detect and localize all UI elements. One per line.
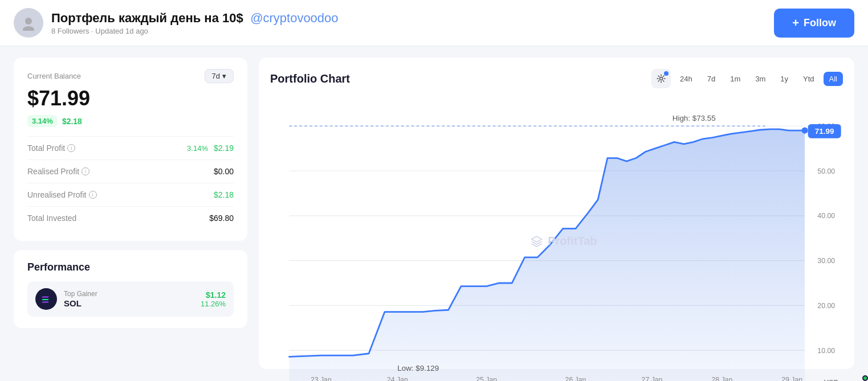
- svg-text:50.00: 50.00: [817, 167, 835, 175]
- chart-header: Portfolio Chart 24h 7d 1m 3m 1y Ytd All: [270, 69, 843, 88]
- svg-text:28 Jan: 28 Jan: [711, 376, 732, 381]
- svg-text:10.00: 10.00: [817, 347, 835, 355]
- plus-icon: +: [792, 17, 799, 30]
- main-content: Current Balance 7d ▾ $71.99 3.14% $2.18 …: [0, 46, 868, 380]
- header-meta: 8 Followers · Updated 1d ago: [51, 27, 339, 35]
- time-7d-button[interactable]: 7d: [702, 72, 721, 86]
- svg-text:USD: USD: [824, 379, 839, 381]
- period-value: 7d: [212, 72, 220, 80]
- dot-indicator: [664, 71, 669, 76]
- top-gainer-name: SOL: [64, 298, 97, 308]
- svg-text:71.99: 71.99: [815, 127, 834, 136]
- svg-text:30.00: 30.00: [817, 257, 835, 265]
- unrealised-profit-row: Unrealised Profit i $2.18: [27, 183, 234, 206]
- balance-change: 3.14% $2.18: [27, 115, 234, 127]
- sol-badge: [862, 375, 868, 381]
- time-all-button[interactable]: All: [824, 72, 843, 86]
- balance-label-row: Current Balance 7d ▾: [27, 69, 234, 83]
- total-invested-value: $69.80: [209, 214, 234, 223]
- svg-text:24 Jan: 24 Jan: [387, 376, 408, 381]
- realised-profit-value: $0.00: [214, 167, 234, 176]
- svg-point-2: [660, 77, 663, 80]
- total-profit-value: $2.19: [214, 144, 234, 153]
- gainer-pct: 11.26%: [201, 300, 226, 308]
- realised-profit-label: Realised Profit i: [27, 167, 89, 176]
- svg-point-28: [801, 128, 808, 134]
- svg-point-1: [23, 26, 34, 31]
- follow-button[interactable]: + Follow: [774, 9, 854, 38]
- portfolio-handle: @cryptovoodoo: [250, 11, 338, 25]
- svg-text:25 Jan: 25 Jan: [476, 376, 497, 381]
- chart-title: Portfolio Chart: [270, 72, 350, 85]
- chart-panel: Portfolio Chart 24h 7d 1m 3m 1y Ytd All: [259, 58, 854, 369]
- total-profit-row: Total Profit i 3.14% $2.19: [27, 136, 234, 159]
- updated-time: Updated 1d ago: [95, 27, 148, 35]
- top-gainer-row: Top Gainer SOL $1.12 11.26%: [27, 281, 234, 317]
- left-panel: Current Balance 7d ▾ $71.99 3.14% $2.18 …: [14, 58, 247, 369]
- balance-pct-badge: 3.14%: [27, 115, 58, 127]
- total-profit-label: Total Profit i: [27, 144, 75, 153]
- balance-value: $71.99: [27, 87, 234, 110]
- svg-text:20.00: 20.00: [817, 302, 835, 310]
- follow-label: Follow: [804, 17, 836, 29]
- total-invested-label: Total Invested: [27, 214, 76, 223]
- time-1m-button[interactable]: 1m: [724, 72, 746, 86]
- total-invested-row: Total Invested $69.80: [27, 206, 234, 230]
- header-left: Портфель каждый день на 10$ @cryptovoodo…: [14, 8, 339, 38]
- balance-usd-change: $2.18: [62, 117, 82, 126]
- time-ytd-button[interactable]: Ytd: [797, 72, 820, 86]
- balance-card: Current Balance 7d ▾ $71.99 3.14% $2.18 …: [14, 58, 247, 241]
- svg-text:26 Jan: 26 Jan: [565, 376, 586, 381]
- time-3m-button[interactable]: 3m: [749, 72, 771, 86]
- svg-text:High: $73.55: High: $73.55: [673, 114, 716, 122]
- page-header: Портфель каждый день на 10$ @cryptovoodo…: [0, 0, 868, 46]
- svg-text:40.00: 40.00: [817, 212, 835, 220]
- period-selector[interactable]: 7d ▾: [205, 69, 234, 83]
- portfolio-title: Портфель каждый день на 10$: [51, 11, 243, 25]
- gainer-values: $1.12 11.26%: [201, 290, 226, 308]
- info-icon-profit: i: [67, 144, 75, 152]
- settings-button[interactable]: [651, 69, 671, 88]
- followers-count: 8 Followers: [51, 27, 89, 35]
- svg-point-0: [25, 18, 32, 24]
- time-1y-button[interactable]: 1y: [775, 72, 794, 86]
- info-icon-realised: i: [81, 167, 89, 175]
- sol-icon: [35, 288, 57, 310]
- svg-text:23 Jan: 23 Jan: [311, 376, 332, 381]
- performance-card: Performance Top Gainer SOL $1.12: [14, 250, 247, 328]
- chart-area: ProfitTab: [270, 94, 843, 381]
- unrealised-profit-label: Unrealised Profit i: [27, 190, 97, 199]
- chart-controls: 24h 7d 1m 3m 1y Ytd All: [651, 69, 843, 88]
- time-24h-button[interactable]: 24h: [674, 72, 698, 86]
- header-info: Портфель каждый день на 10$ @cryptovoodo…: [51, 11, 339, 35]
- gainer-info: Top Gainer SOL: [64, 290, 97, 308]
- total-profit-pct: 3.14%: [187, 144, 208, 153]
- avatar: [14, 8, 43, 38]
- realised-profit-row: Realised Profit i $0.00: [27, 159, 234, 183]
- chevron-down-icon: ▾: [222, 72, 226, 80]
- info-icon-unrealised: i: [89, 191, 97, 199]
- svg-text:Low: $9.129: Low: $9.129: [397, 364, 439, 372]
- svg-text:29 Jan: 29 Jan: [781, 376, 802, 381]
- chart-svg: High: $73.55 Low: $9.129 60.00 50.00 40.…: [270, 94, 843, 381]
- total-profit-values: 3.14% $2.19: [187, 144, 234, 153]
- performance-title: Performance: [27, 261, 234, 273]
- current-balance-label: Current Balance: [27, 72, 81, 80]
- unrealised-profit-value: $2.18: [214, 190, 234, 199]
- gear-icon: [657, 74, 666, 83]
- top-gainer-label: Top Gainer: [64, 290, 97, 298]
- header-title: Портфель каждый день на 10$ @cryptovoodo…: [51, 11, 339, 26]
- svg-text:27 Jan: 27 Jan: [642, 376, 663, 381]
- gainer-usd: $1.12: [201, 290, 226, 300]
